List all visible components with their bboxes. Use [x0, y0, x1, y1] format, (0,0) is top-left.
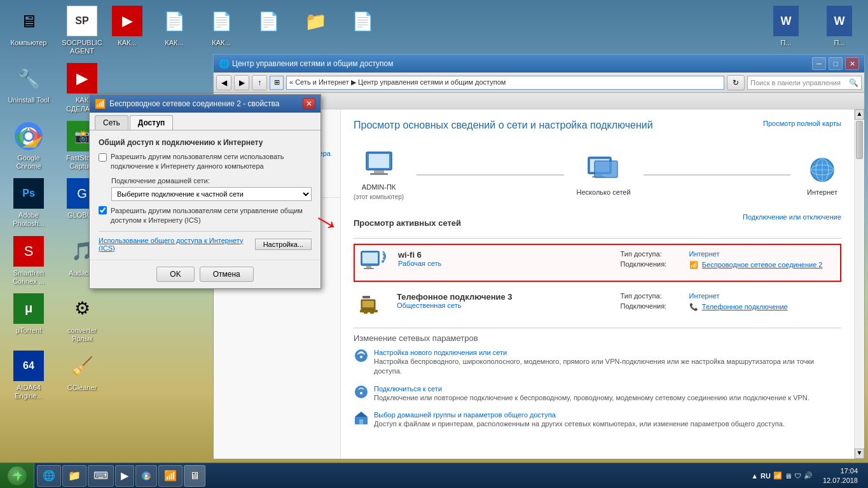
new-connection-text: Настройка нового подключения или сети На… [374, 348, 841, 377]
dialog-footer: OK Отмена [90, 260, 320, 288]
taskbar-explorer[interactable]: 📁 [62, 465, 86, 487]
settings-button[interactable]: Настройка... [255, 239, 312, 250]
ok-button[interactable]: OK [156, 267, 194, 282]
desktop-icon-ccleaner[interactable]: 🧹 CCleaner [57, 348, 107, 403]
taskbar-ie[interactable]: 🌐 [37, 465, 61, 487]
volume-tray-icon: 🔊 [804, 471, 813, 480]
svg-point-22 [382, 260, 384, 263]
wifi6-type[interactable]: Рабочая сеть [398, 260, 613, 267]
homegroup-text: Выбор домашней группы и параметров общег… [374, 410, 841, 429]
wifi6-connection-link[interactable]: Беспроводное сетевое соединение 2 [702, 261, 823, 268]
chrome-taskbar-icon [141, 471, 151, 481]
view-full-map-link[interactable]: Просмотр полной карты [763, 120, 841, 127]
breadcrumb-text: « Сеть и Интернет ▶ Центр управления сет… [289, 78, 506, 87]
window-title: Центр управления сетями и общим доступом [232, 59, 809, 68]
cancel-button[interactable]: Отмена [200, 267, 254, 282]
dialog-divider [99, 231, 312, 232]
desktop-icon-file2[interactable]: 📄 КАК... [199, 3, 244, 50]
connect-network-link[interactable]: Подключиться к сети [374, 385, 442, 393]
minimize-button[interactable]: ─ [812, 57, 826, 70]
desktop-icon-chrome[interactable]: Google Chrome [3, 118, 54, 173]
dialog-tabs: Сеть Доступ [90, 113, 320, 130]
desktop-icon-aida64[interactable]: 64 AIDA64 Engine... [3, 348, 54, 403]
wifi6-info: wi-fi 6 Рабочая сеть [398, 250, 613, 267]
close-button[interactable]: ✕ [845, 57, 859, 70]
back-button[interactable]: ◀ [216, 75, 231, 90]
scroll-thumb[interactable] [856, 121, 863, 159]
svg-point-39 [145, 475, 148, 477]
taskbar-items: 🌐 📁 ⌨ ▶ [34, 465, 746, 487]
desktop-icon-kak2[interactable]: ▶ КАК... [105, 3, 149, 50]
address-field[interactable]: « Сеть и Интернет ▶ Центр управления сет… [286, 76, 724, 90]
desktop-icon-doc1[interactable]: W П... [761, 3, 811, 50]
taskbar-chrome[interactable] [135, 465, 157, 487]
connect-disconnect-link[interactable]: Подключение или отключение [743, 213, 841, 235]
desktop-icon-doc2[interactable]: W П... [814, 3, 865, 50]
taskbar-media[interactable]: ▶ [115, 465, 134, 487]
desktop-icon-photoshop[interactable]: Ps Adobe Photosh... [3, 176, 54, 230]
dialog-wifi-icon: 📶 [95, 99, 106, 109]
node-admin-pc: ADMIN-ПК (этот компьютер) [354, 149, 404, 200]
network-line1 [417, 174, 563, 176]
phone3-type[interactable]: Общественная сеть [397, 302, 613, 309]
dropdown-row: Выберите подключение к частной сети [111, 187, 312, 201]
wifi6-network-item: wi-fi 6 Рабочая сеть Тип доступа: Интерн… [354, 244, 841, 282]
new-connection-desc: Настройка беспроводного, широкополосного… [374, 357, 841, 377]
desktop-icon-socpublic[interactable]: SP SOCPUBLIC AGENT [57, 3, 107, 58]
desktop-icon-converter[interactable]: ⚙ converter Ярлык [57, 291, 107, 345]
keyboard-icon: ⌨ [93, 470, 108, 482]
desktop-icons-top: ▶ КАК... 📄 КАК... 📄 КАК... 📄 📁 📄 [105, 3, 423, 50]
desktop-icon-computer[interactable]: 🖥 Компьютер [3, 3, 54, 58]
desktop-icon-file4[interactable]: 📄 [340, 3, 385, 50]
desktop-icon-file3[interactable]: 📄 [246, 3, 291, 50]
dialog-titlebar: 📶 Беспроводное сетевое соединение 2 - св… [90, 95, 320, 113]
wifi-taskbar-icon: 📶 [164, 470, 177, 482]
desktop-icon-utorrent[interactable]: μ μTorrent [3, 291, 54, 345]
wifi6-access: Тип доступа: Интернет Подключения: 📶 Бес… [621, 250, 836, 272]
scroll-up-button[interactable]: ▲ [855, 109, 864, 120]
phone-icon: 📞 [689, 303, 698, 310]
taskbar-wifi[interactable]: 📶 [158, 465, 183, 487]
clock[interactable]: 17:04 12.07.2018 [818, 466, 863, 485]
taskbar-network-mgr[interactable]: 🖥 [184, 465, 205, 487]
start-button[interactable] [0, 463, 34, 489]
security-tray-icon: 🛡 [794, 472, 801, 480]
setting-new-connection: Настройка нового подключения или сети На… [354, 348, 841, 377]
search-field[interactable]: Поиск в панели управления 🔍 [747, 76, 862, 90]
dialog-close-button[interactable]: ✕ [303, 98, 315, 109]
svg-rect-5 [369, 154, 389, 168]
phone3-connection-link[interactable]: Телефонное подключение [702, 303, 788, 310]
scrollbar[interactable]: ▲ ▼ [854, 109, 864, 459]
homegroup-desc: Доступ к файлам и принтерам, расположенн… [374, 419, 841, 429]
tray-expand[interactable]: ▲ [751, 472, 758, 480]
allow-sharing-checkbox[interactable] [99, 153, 107, 162]
svg-rect-21 [364, 268, 374, 269]
start-orb-icon [8, 466, 27, 485]
svg-point-33 [360, 392, 362, 394]
phone3-info: Телефонное подключение 3 Общественная се… [397, 292, 613, 309]
internet-icon [803, 154, 841, 186]
desktop-icon-smartfren[interactable]: S Smartfren Connex ... [3, 234, 54, 288]
tab-access[interactable]: Доступ [130, 115, 174, 130]
tab-set[interactable]: Сеть [95, 115, 128, 130]
desktop-icon-file1[interactable]: 📄 КАК... [152, 3, 196, 50]
network-mgr-icon: 🖥 [189, 470, 200, 482]
desktop-icon-uninstall[interactable]: 🔧 Uninstall Tool [3, 60, 54, 115]
multiple-networks-label: Несколько сетей [577, 188, 631, 196]
maximize-button[interactable]: □ [829, 57, 843, 70]
main-panel: Просмотр основных сведений о сети и наст… [341, 109, 854, 459]
up-button[interactable]: ↑ [252, 75, 267, 90]
homegroup-link[interactable]: Выбор домашней группы и параметров общег… [374, 411, 556, 419]
scroll-down-button[interactable]: ▼ [855, 449, 864, 459]
ie-icon: 🌐 [43, 470, 55, 482]
svg-rect-7 [370, 173, 388, 175]
ics-link[interactable]: Использование общего доступа к Интернету… [99, 237, 255, 252]
refresh-button[interactable]: ↻ [727, 75, 745, 90]
taskbar-keyboard[interactable]: ⌨ [88, 465, 114, 487]
new-connection-link[interactable]: Настройка нового подключения или сети [374, 349, 507, 356]
checkbox1-label: Разрешить другим пользователям сети испо… [111, 152, 312, 172]
forward-button[interactable]: ▶ [234, 75, 249, 90]
allow-management-checkbox[interactable] [99, 206, 107, 214]
desktop-icon-folder[interactable]: 📁 [293, 3, 338, 50]
home-network-dropdown[interactable]: Выберите подключение к частной сети [111, 187, 312, 201]
